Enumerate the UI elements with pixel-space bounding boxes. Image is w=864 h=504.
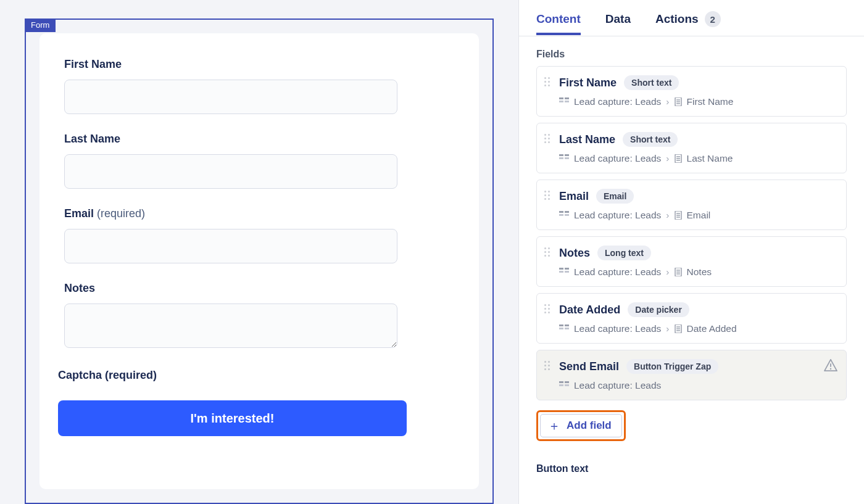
svg-rect-11 bbox=[565, 157, 569, 159]
source-table: Lead capture: Leads bbox=[574, 96, 661, 107]
warning-icon bbox=[824, 359, 837, 374]
actions-count-badge: 2 bbox=[705, 11, 721, 27]
field-card-source: Lead capture: Leads bbox=[544, 380, 836, 391]
fields-section-label: Fields bbox=[536, 49, 847, 60]
field-card[interactable]: First NameShort textLead capture: Leads›… bbox=[536, 66, 847, 117]
panel-tabs: Content Data Actions 2 bbox=[519, 0, 864, 36]
field-type-pill: Email bbox=[596, 189, 634, 204]
source-table: Lead capture: Leads bbox=[574, 266, 661, 278]
field-card[interactable]: EmailEmailLead capture: Leads›Email bbox=[536, 180, 847, 230]
properties-panel: Content Data Actions 2 Fields First Name… bbox=[518, 0, 864, 504]
add-field-highlight: ＋ Add field bbox=[536, 410, 626, 441]
form-field-label: Email (required) bbox=[64, 207, 454, 220]
form-field-label: First Name bbox=[64, 58, 454, 71]
svg-point-41 bbox=[830, 368, 831, 370]
chevron-right-icon: › bbox=[666, 96, 669, 107]
table-icon bbox=[559, 381, 569, 390]
button-text-section-label: Button text bbox=[536, 463, 847, 474]
add-field-label: Add field bbox=[567, 419, 612, 432]
svg-rect-34 bbox=[559, 328, 563, 329]
form-field-group: Email (required) bbox=[64, 207, 454, 263]
svg-rect-3 bbox=[565, 101, 569, 102]
svg-rect-10 bbox=[559, 157, 563, 159]
form-canvas[interactable]: Form First NameLast NameEmail (required)… bbox=[25, 19, 494, 504]
tab-data[interactable]: Data bbox=[605, 9, 631, 35]
source-column: First Name bbox=[687, 96, 734, 107]
svg-rect-27 bbox=[565, 271, 569, 273]
required-suffix: (required) bbox=[97, 207, 145, 220]
field-card-source: Lead capture: Leads›First Name bbox=[544, 96, 836, 107]
svg-rect-2 bbox=[559, 101, 563, 102]
drag-handle-icon[interactable] bbox=[544, 247, 552, 258]
field-card-source: Lead capture: Leads›Email bbox=[544, 210, 836, 221]
svg-rect-26 bbox=[559, 271, 563, 273]
table-icon bbox=[559, 97, 569, 106]
tab-content[interactable]: Content bbox=[536, 9, 581, 35]
form-field-group: Notes bbox=[64, 282, 454, 350]
field-type-pill: Date picker bbox=[628, 302, 689, 317]
svg-rect-35 bbox=[565, 328, 569, 329]
field-type-pill: Short text bbox=[624, 75, 679, 90]
source-column: Last Name bbox=[687, 153, 733, 164]
form-field-group: First Name bbox=[64, 58, 454, 114]
column-icon bbox=[675, 154, 682, 163]
drag-handle-icon[interactable] bbox=[544, 361, 552, 372]
source-column: Notes bbox=[687, 266, 712, 278]
svg-rect-1 bbox=[565, 97, 569, 99]
field-type-pill: Button Trigger Zap bbox=[626, 359, 718, 374]
chevron-right-icon: › bbox=[666, 210, 669, 221]
svg-rect-44 bbox=[559, 384, 563, 386]
form-field-label: Notes bbox=[64, 282, 454, 295]
field-card-name: Email bbox=[559, 190, 589, 203]
svg-rect-43 bbox=[565, 381, 569, 383]
captcha-label: Captcha (required) bbox=[58, 369, 454, 382]
field-card-source: Lead capture: Leads›Date Added bbox=[544, 323, 836, 334]
drag-handle-icon[interactable] bbox=[544, 134, 552, 145]
form-input-last-name[interactable] bbox=[64, 154, 397, 189]
svg-rect-18 bbox=[559, 214, 563, 216]
tab-actions-label: Actions bbox=[655, 12, 699, 26]
field-card-name: Date Added bbox=[559, 304, 620, 316]
source-column: Date Added bbox=[687, 323, 737, 334]
column-icon bbox=[675, 97, 682, 106]
svg-rect-32 bbox=[559, 324, 563, 326]
form-field-label: Last Name bbox=[64, 133, 454, 146]
table-icon bbox=[559, 154, 569, 163]
form-field-group: Last Name bbox=[64, 133, 454, 189]
column-icon bbox=[675, 211, 682, 220]
drag-handle-icon[interactable] bbox=[544, 77, 552, 88]
drag-handle-icon[interactable] bbox=[544, 191, 552, 202]
svg-rect-17 bbox=[565, 211, 569, 213]
field-card[interactable]: Last NameShort textLead capture: Leads›L… bbox=[536, 123, 847, 173]
drag-handle-icon[interactable] bbox=[544, 304, 552, 315]
chevron-right-icon: › bbox=[666, 153, 669, 164]
svg-rect-9 bbox=[565, 154, 569, 156]
field-card[interactable]: Date AddedDate pickerLead capture: Leads… bbox=[536, 293, 847, 344]
field-card-name: First Name bbox=[559, 76, 617, 89]
chevron-right-icon: › bbox=[666, 266, 669, 278]
field-card[interactable]: Send EmailButton Trigger ZapLead capture… bbox=[536, 350, 847, 400]
field-card-name: Send Email bbox=[559, 360, 619, 373]
form-input-notes[interactable] bbox=[64, 304, 397, 348]
field-type-pill: Short text bbox=[623, 132, 678, 147]
form-input-email[interactable] bbox=[64, 229, 397, 263]
form-input-first-name[interactable] bbox=[64, 80, 397, 114]
source-column: Email bbox=[687, 210, 711, 221]
source-table: Lead capture: Leads bbox=[574, 210, 661, 221]
field-type-pill: Long text bbox=[597, 246, 651, 260]
add-field-button[interactable]: ＋ Add field bbox=[540, 414, 622, 437]
field-card[interactable]: NotesLong textLead capture: Leads›Notes bbox=[536, 236, 847, 287]
svg-rect-16 bbox=[559, 211, 563, 213]
svg-rect-45 bbox=[565, 384, 569, 386]
field-card-name: Last Name bbox=[559, 133, 615, 146]
column-icon bbox=[675, 324, 682, 333]
field-card-name: Notes bbox=[559, 247, 590, 260]
table-icon bbox=[559, 268, 569, 276]
form-card: First NameLast NameEmail (required)Notes… bbox=[39, 33, 479, 489]
submit-button[interactable]: I'm interested! bbox=[58, 400, 407, 436]
column-icon bbox=[675, 268, 682, 276]
form-tag: Form bbox=[25, 19, 56, 32]
table-icon bbox=[559, 324, 569, 333]
tab-actions[interactable]: Actions 2 bbox=[655, 7, 721, 36]
source-table: Lead capture: Leads bbox=[574, 153, 661, 164]
